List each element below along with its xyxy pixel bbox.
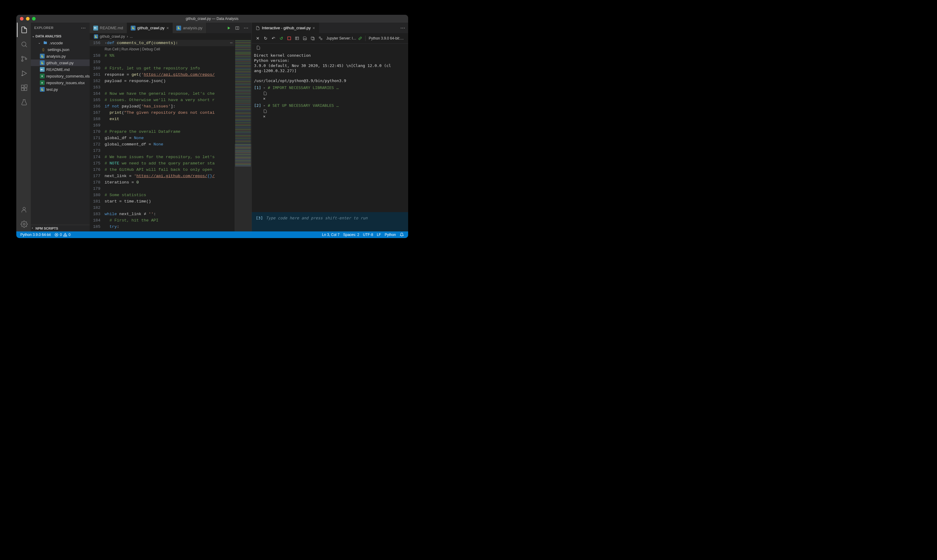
status-lncol[interactable]: Ln 3, Col 7: [320, 232, 341, 237]
status-spaces[interactable]: Spaces: 2: [341, 232, 361, 237]
close-icon[interactable]: ×: [166, 26, 169, 31]
svg-point-2: [22, 57, 23, 58]
tab-analysis[interactable]: 🐍 analysis.py: [173, 23, 206, 33]
chevron-down-icon: ⌄: [38, 41, 41, 45]
notifications-icon[interactable]: [398, 232, 406, 237]
kernel-label[interactable]: Python 3.9.0 64-bit:…: [367, 36, 405, 40]
tree-file-crawl[interactable]: 🐍 github_crawl.py: [31, 60, 89, 66]
testing-icon[interactable]: [17, 95, 31, 109]
tree-folder-vscode[interactable]: ⌄ .vscode: [31, 40, 89, 46]
redo-icon[interactable]: ↻: [262, 36, 270, 41]
tab-crawl[interactable]: 🐍 github_crawl.py ×: [127, 23, 173, 33]
explorer-icon[interactable]: [17, 23, 31, 37]
minimize-window-button[interactable]: [26, 17, 29, 20]
file-label: test.py: [46, 87, 58, 92]
delete-cell-icon[interactable]: ✕: [263, 114, 406, 119]
window-title: github_crawl.py — Data Analysis: [186, 17, 239, 21]
svg-point-0: [22, 42, 26, 46]
line-number: 171: [89, 135, 105, 141]
input-placeholder: Type code here and press shift-enter to …: [266, 216, 368, 228]
more-icon[interactable]: ⋯: [400, 25, 405, 31]
code-token: next_link =: [105, 173, 134, 179]
line-number: 156: [89, 40, 105, 46]
status-bar: Python 3.9.0 64-bit 0 0 Ln 3, Col 7 Spac…: [16, 231, 408, 238]
status-language[interactable]: Python: [383, 232, 398, 237]
variables-icon[interactable]: [293, 36, 301, 40]
svg-rect-8: [22, 88, 24, 91]
cell-2[interactable]: [2] ▸ # SET UP NECESSARY VARIABLES …: [254, 103, 406, 108]
maximize-window-button[interactable]: [32, 17, 35, 20]
goto-icon[interactable]: [254, 46, 263, 50]
breadcrumb[interactable]: 🐍 github_crawl.py › ...: [89, 33, 251, 40]
code-token: iterations =: [105, 179, 136, 186]
svg-point-13: [23, 223, 25, 225]
settings-gear-icon[interactable]: [17, 217, 31, 231]
jupyter-server-label[interactable]: Jupyter Server: l…: [325, 36, 358, 40]
tree-file-settings[interactable]: {} settings.json: [31, 46, 89, 53]
editor-pane-right: Interactive - github_crawl.py × ⋯ ✕ ↻ ↶ …: [251, 23, 408, 231]
expand-arrow-icon[interactable]: ▸: [264, 85, 265, 90]
code-token: if: [105, 103, 109, 109]
status-eol[interactable]: LF: [375, 232, 383, 237]
export-icon[interactable]: [309, 36, 317, 40]
run-debug-icon[interactable]: [17, 66, 31, 80]
more-icon[interactable]: ⋯: [243, 25, 248, 31]
code-token: not: [109, 103, 119, 109]
tree-file-repo-issues[interactable]: X repository_issues.xlsx: [31, 79, 89, 86]
code-content[interactable]: 156›def comments_to_df(comments):⋯ Run C…: [89, 40, 234, 231]
delete-icon[interactable]: ✕: [254, 36, 262, 41]
collapse-icon[interactable]: ⋯: [230, 40, 234, 46]
save-icon[interactable]: [301, 36, 309, 40]
project-header[interactable]: ⌄ DATA ANALYSIS: [31, 33, 89, 40]
code-token: None: [134, 135, 144, 141]
source-control-icon[interactable]: [17, 52, 31, 66]
tree-file-test[interactable]: 🐍 test.py: [31, 86, 89, 92]
code-token: ': [141, 71, 144, 78]
expand-icon[interactable]: [317, 36, 325, 40]
expand-arrow-icon[interactable]: ▸: [264, 103, 265, 108]
delete-cell-icon[interactable]: ✕: [263, 96, 406, 101]
goto-code-icon[interactable]: [263, 91, 406, 95]
code-lens[interactable]: Run Cell | Run Above | Debug Cell: [105, 46, 160, 52]
status-encoding[interactable]: UTF-8: [361, 232, 375, 237]
tab-label: README.md: [100, 26, 123, 30]
goto-code-icon[interactable]: [263, 109, 406, 113]
code-token: {}: [207, 173, 212, 179]
tab-readme[interactable]: M↓ README.md: [89, 23, 127, 33]
extensions-icon[interactable]: [17, 80, 31, 95]
undo-icon[interactable]: ↶: [270, 36, 277, 41]
line-number: 163: [89, 84, 105, 91]
chevron-down-icon: ⌄: [32, 34, 35, 38]
kernel-output-line: Python version:: [254, 58, 406, 63]
tab-label: github_crawl.py: [137, 26, 165, 30]
search-icon[interactable]: [17, 37, 31, 52]
accounts-icon[interactable]: [17, 203, 31, 217]
close-window-button[interactable]: [20, 17, 23, 20]
code-token: # We have issues for the repository, so …: [105, 154, 215, 160]
tree-file-analysis[interactable]: 🐍 analysis.py: [31, 53, 89, 60]
tree-file-readme[interactable]: M↓ README.md: [31, 66, 89, 73]
minimap[interactable]: [234, 40, 251, 231]
interactive-input[interactable]: [3] Type code here and press shift-enter…: [252, 212, 408, 231]
code-token: exit: [105, 116, 120, 122]
sidebar-header: EXPLORER ⋯: [31, 23, 89, 33]
interrupt-icon[interactable]: [285, 37, 293, 40]
cell-1[interactable]: [1] ▸ # IMPORT NECESSARY LIBRARIES …: [254, 85, 406, 90]
status-problems[interactable]: 0 0: [52, 232, 72, 237]
split-editor-icon[interactable]: [235, 26, 239, 30]
line-number: 173: [89, 148, 105, 154]
kernel-output-line: 3.9.0 (default, Nov 30 2020, 15:22:45) \…: [254, 63, 406, 68]
svg-point-6: [22, 75, 23, 76]
restart-icon[interactable]: ↺: [277, 36, 285, 41]
status-python[interactable]: Python 3.9.0 64-bit: [19, 232, 53, 237]
folder-icon: [43, 40, 48, 45]
tab-label: Interactive - github_crawl.py: [262, 26, 311, 30]
run-icon[interactable]: [227, 26, 231, 30]
line-number: 182: [89, 205, 105, 211]
npm-scripts-header[interactable]: › NPM SCRIPTS: [31, 225, 89, 231]
svg-line-1: [25, 46, 27, 47]
sidebar-more-icon[interactable]: ⋯: [81, 25, 86, 31]
tab-interactive[interactable]: Interactive - github_crawl.py ×: [252, 23, 319, 33]
close-icon[interactable]: ×: [313, 26, 315, 31]
tree-file-repo-comments[interactable]: X repository_comments.xlsx: [31, 73, 89, 79]
